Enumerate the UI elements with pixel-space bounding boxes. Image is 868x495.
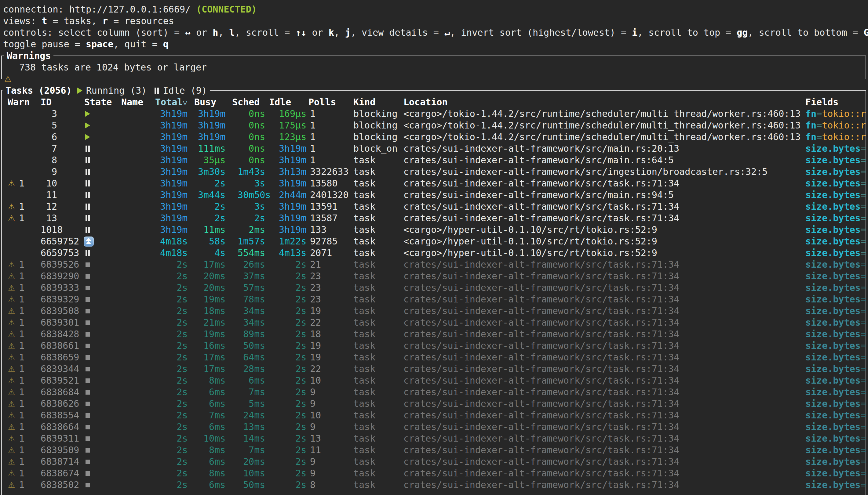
- cell-fields: size.bytes=: [805, 328, 866, 340]
- stopped-icon: [85, 471, 90, 476]
- column-header-kind[interactable]: Kind: [353, 97, 375, 108]
- field-separator: =: [861, 375, 866, 386]
- table-row[interactable]: ⚠16839521 2s 8ms 6ms 2s10taskcrates/sui-…: [0, 375, 868, 386]
- table-row[interactable]: ⚠1 103h19m 2s 3s3h19m13580taskcrates/sui…: [0, 177, 868, 189]
- cell-task-id: 6838674: [40, 467, 79, 479]
- pause-icon: [85, 204, 90, 210]
- cell-sched: 554ms: [238, 247, 265, 259]
- cell-total: 4m18s: [160, 236, 187, 247]
- table-row[interactable]: ⚠16839526 2s 17ms 26ms 2s21taskcrates/su…: [0, 259, 868, 270]
- table-row[interactable]: ⚠16839509 2s 8ms 7ms 2s11taskcrates/sui-…: [0, 444, 868, 456]
- cell-kind: task: [353, 259, 375, 270]
- table-row[interactable]: 63h19m3h19m 0ns123µs1blocking<cargo>/tok…: [0, 131, 868, 143]
- cell-task-id: 6839290: [40, 270, 79, 282]
- cell-warn-count: 1: [19, 456, 24, 467]
- table-row[interactable]: ⚠16839290 2s 20ms 37ms 2s23taskcrates/su…: [0, 270, 868, 282]
- table-row[interactable]: ⚠16838684 2s 6ms 7ms 2s9taskcrates/sui-i…: [0, 386, 868, 398]
- cell-polls: 1: [310, 154, 316, 166]
- column-header-sched[interactable]: Sched: [232, 97, 260, 108]
- cell-total: 2s: [160, 467, 187, 479]
- cell-fields: size.bytes=: [805, 467, 866, 479]
- warning-item: ⚠ 738 tasks are 1024 bytes or larger: [0, 62, 22, 73]
- table-row[interactable]: 33h19m3h19m 0ns169µs1blocking<cargo>/tok…: [0, 108, 868, 120]
- table-row[interactable]: ⚠16838659 2s 17ms 64ms 2s19taskcrates/su…: [0, 352, 868, 363]
- field-separator: =: [861, 410, 866, 421]
- table-row[interactable]: ⚠16838714 2s 6ms 20ms 2s9taskcrates/sui-…: [0, 456, 868, 467]
- table-row[interactable]: ⚠16839301 2s 21ms 34ms 2s22taskcrates/su…: [0, 317, 868, 328]
- table-row[interactable]: 10183h19m 11ms 2ms3h19m133task<cargo>/hy…: [0, 224, 868, 236]
- header-text: controls: select column (sort) =: [3, 27, 185, 38]
- table-row[interactable]: ⚠16838428 2s 19ms 89ms 2s18taskcrates/su…: [0, 328, 868, 340]
- table-row[interactable]: 83h19m 35µs 0ns3h19m1taskcrates/sui-inde…: [0, 154, 868, 166]
- table-row[interactable]: ⚠16839311 2s 10ms 14ms 2s13taskcrates/su…: [0, 433, 868, 444]
- table-row[interactable]: ⚠16839333 2s 20ms 57ms 2s23taskcrates/su…: [0, 282, 868, 294]
- cell-kind: task: [353, 421, 375, 433]
- column-header-fields[interactable]: Fields: [805, 97, 838, 108]
- woken-icon: [84, 237, 94, 246]
- table-row[interactable]: 66597524m18s 58s1m57s1m22s92785task<carg…: [0, 236, 868, 247]
- column-header-total[interactable]: Total▿: [155, 97, 187, 108]
- table-row[interactable]: ⚠16838626 2s 6ms 5ms 2s9taskcrates/sui-i…: [0, 398, 868, 410]
- column-header-warn[interactable]: Warn: [7, 97, 30, 108]
- cell-idle: 2s: [279, 340, 306, 352]
- table-row[interactable]: 53h19m3h19m 0ns175µs1blocking<cargo>/tok…: [0, 120, 868, 131]
- column-header-state[interactable]: State: [84, 97, 112, 108]
- warning-icon: ⚠: [8, 317, 15, 328]
- cell-total: 2s: [160, 456, 187, 467]
- table-row[interactable]: ⚠16838554 2s 7ms 24ms 2s10taskcrates/sui…: [0, 410, 868, 421]
- table-row[interactable]: ⚠1 133h19m 2s 2s3h19m13587taskcrates/sui…: [0, 212, 868, 224]
- cell-location: crates/sui-indexer-alt-framework/src/tas…: [403, 212, 679, 224]
- cell-task-id: 6838428: [40, 328, 79, 340]
- key-hint: ↵: [445, 27, 450, 38]
- table-row[interactable]: ⚠16838661 2s 16ms 50ms 2s19taskcrates/su…: [0, 340, 868, 352]
- column-header-idle[interactable]: Idle: [269, 97, 291, 108]
- sort-descending-icon: ▿: [183, 97, 187, 107]
- table-row[interactable]: 66597534m18s 4s554ms4m13s2071task<cargo>…: [0, 247, 868, 259]
- cell-fields: size.bytes=: [805, 398, 866, 410]
- cell-fields: size.bytes=: [805, 282, 866, 294]
- header-text: ,: [334, 27, 345, 38]
- column-header-location[interactable]: Location: [403, 97, 448, 108]
- cell-sched: 1m43s: [238, 166, 265, 177]
- cell-warn-count: 1: [19, 305, 24, 317]
- cell-busy: 6ms: [198, 456, 226, 467]
- field-separator: =: [861, 422, 866, 432]
- key-hint: space: [86, 39, 113, 49]
- pause-icon: [85, 157, 90, 163]
- table-row[interactable]: ⚠16838502 2s 6ms 50ms 2s8taskcrates/sui-…: [0, 479, 868, 491]
- table-row[interactable]: ⚠16839344 2s 17ms 28ms 2s22taskcrates/su…: [0, 363, 868, 375]
- cell-task-id: 3: [40, 108, 57, 120]
- column-header-id[interactable]: ID: [40, 97, 52, 108]
- table-row[interactable]: ⚠1 123h19m 2s 3s3h19m13591taskcrates/sui…: [0, 201, 868, 212]
- table-row[interactable]: ⚠16839329 2s 19ms 78ms 2s23taskcrates/su…: [0, 294, 868, 305]
- cell-kind: task: [353, 189, 375, 201]
- stopped-icon: [85, 390, 90, 395]
- warnings-panel-border-top: [1, 55, 866, 56]
- column-header-polls[interactable]: Polls: [308, 97, 336, 108]
- cell-sched: 10ms: [238, 467, 265, 479]
- table-row[interactable]: 73h19m111ms 0ns3h19m1block_oncrates/sui-…: [0, 143, 868, 154]
- cell-fields: size.bytes=: [805, 410, 866, 421]
- field-key: size.bytes: [805, 178, 861, 189]
- table-row[interactable]: 93h19m3m30s1m43s3h13m3322633taskcrates/s…: [0, 166, 868, 177]
- column-header-name[interactable]: Name: [121, 97, 143, 108]
- cell-busy: 2s: [198, 201, 226, 212]
- cell-polls: 9: [310, 456, 316, 467]
- field-value: tokio::r: [822, 132, 866, 142]
- key-hint: k: [329, 27, 334, 38]
- stopped-icon: [85, 378, 90, 383]
- cell-kind: blocking: [353, 131, 398, 143]
- cell-polls: 23: [310, 294, 321, 305]
- header-text: or: [190, 27, 213, 38]
- table-row[interactable]: ⚠16839508 2s 18ms 34ms 2s19taskcrates/su…: [0, 305, 868, 317]
- column-header-busy[interactable]: Busy: [194, 97, 216, 108]
- table-row[interactable]: ⚠16838664 2s 6ms 13ms 2s9taskcrates/sui-…: [0, 421, 868, 433]
- table-row[interactable]: ⚠16838674 2s 8ms 10ms 2s9taskcrates/sui-…: [0, 467, 868, 479]
- cell-sched: 3s: [238, 201, 265, 212]
- cell-polls: 11: [310, 444, 321, 456]
- table-row[interactable]: 113h19m3m44s30m50s2h44m2401320taskcrates…: [0, 189, 868, 201]
- cell-location: crates/sui-indexer-alt-framework/src/tas…: [403, 375, 679, 386]
- stopped-icon: [85, 286, 90, 290]
- cell-sched: 13ms: [238, 421, 265, 433]
- field-key: size.bytes: [805, 224, 861, 235]
